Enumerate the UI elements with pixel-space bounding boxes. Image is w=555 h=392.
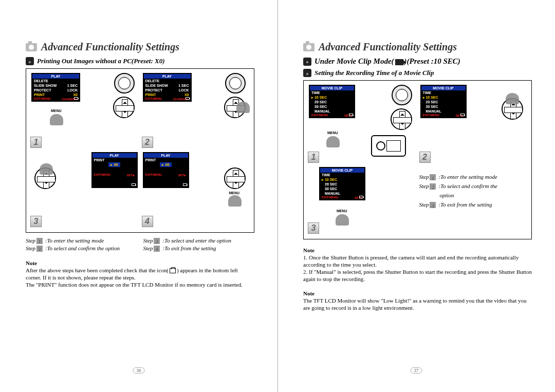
panel-3: PLAY PRINT ▸ X0 EXIT:MENUSET:▸ 3 bbox=[30, 152, 139, 228]
note-text: 2. If "Manual" is selected, press the Sh… bbox=[303, 268, 532, 283]
battery-icon bbox=[183, 183, 187, 186]
lcd-screen: PLAY DELETE SLIDE SHOW1 SEC PROTECTLOCK … bbox=[143, 73, 192, 102]
thumb-icon bbox=[336, 214, 349, 226]
page-title: Advanced Functionality Settings bbox=[319, 41, 457, 53]
step-captions: Step1 :To enter the setting mode Step2 :… bbox=[26, 237, 254, 252]
lcd-screen: PLAY DELETE SLIDE SHOW1 SEC PROTECTLOCK … bbox=[31, 73, 80, 102]
subsection-row: » Setting the Recording Time of a Movie … bbox=[303, 69, 532, 77]
movie-camera-icon bbox=[395, 59, 403, 65]
step-badge: 2 bbox=[142, 137, 153, 148]
arrow-badge-icon: » bbox=[303, 69, 311, 77]
thumb-icon bbox=[228, 195, 242, 207]
lcd-screen: MOVIE CLIP TIME ▸ 10 SEC 20 SEC 30 SEC M… bbox=[309, 85, 355, 118]
thumb-icon bbox=[50, 114, 63, 125]
lcd-screen: PLAY PRINT ▸ X0 EXIT:MENUSET:▸ bbox=[91, 152, 138, 188]
panel-1: MOVIE CLIP TIME ▸ 10 SEC 20 SEC 30 SEC M… bbox=[308, 85, 416, 164]
battery-icon bbox=[349, 114, 353, 116]
note-text: After the above steps have been complete… bbox=[26, 267, 254, 281]
mode-dial-icon bbox=[225, 73, 246, 94]
dpad-icon bbox=[113, 97, 135, 118]
arrow-badge-icon: » bbox=[26, 57, 34, 65]
title-row: Advanced Functionality Settings bbox=[303, 41, 532, 53]
page-title: Advanced Functionality Settings bbox=[41, 41, 179, 53]
lcd-screen: MOVIE CLIP TIME ▸ 10 SEC 20 SEC 30 SEC M… bbox=[420, 85, 467, 118]
battery-icon bbox=[74, 97, 78, 100]
mode-dial-icon bbox=[114, 73, 135, 94]
page-number: 37 bbox=[411, 367, 422, 374]
note-heading: Note bbox=[303, 247, 532, 254]
panel-1: PLAY DELETE SLIDE SHOW1 SEC PROTECTLOCK … bbox=[30, 73, 139, 149]
instruction-panels: PLAY DELETE SLIDE SHOW1 SEC PROTECTLOCK … bbox=[26, 68, 254, 233]
menu-label: MENU bbox=[337, 209, 347, 213]
note-block-1: Note 1. Once the Shutter Button is press… bbox=[303, 247, 532, 283]
lcd-screen: MOVIE CLIP TIME ▸ 10 SEC 20 SEC 30 SEC M… bbox=[319, 167, 365, 200]
page-left: Advanced Functionality Settings » Printi… bbox=[0, 0, 278, 392]
page-number: 36 bbox=[133, 367, 145, 374]
note-heading: Note bbox=[303, 290, 532, 297]
print-icon bbox=[170, 268, 176, 273]
thumb-icon bbox=[40, 163, 53, 175]
note-heading: Note bbox=[26, 259, 254, 267]
menu-label: MENU bbox=[229, 191, 239, 195]
step-badge: 3 bbox=[30, 216, 42, 227]
camera-body-icon bbox=[371, 135, 406, 157]
thumb-icon bbox=[236, 102, 250, 113]
note-text: 1. Once the Shutter Button is pressed, t… bbox=[303, 254, 532, 268]
panel-2: PLAY DELETE SLIDE SHOW1 SEC PROTECTLOCK … bbox=[142, 73, 250, 149]
instruction-panels: MOVIE CLIP TIME ▸ 10 SEC 20 SEC 30 SEC M… bbox=[303, 80, 532, 239]
camera-icon bbox=[303, 43, 314, 51]
panel-steps: Step1 :To enter the setting mode Step2 :… bbox=[419, 167, 528, 235]
lcd-screen: PLAY PRINT ▸ X0 EXIT:MENUSET:▸ bbox=[143, 152, 189, 188]
note-text: The TFT LCD Monitor will show "Low Light… bbox=[303, 297, 532, 311]
title-row: Advanced Functionality Settings bbox=[26, 41, 254, 53]
panel-3: MOVIE CLIP TIME ▸ 10 SEC 20 SEC 30 SEC M… bbox=[308, 167, 416, 235]
panel-2: MOVIE CLIP TIME ▸ 10 SEC 20 SEC 30 SEC M… bbox=[419, 85, 528, 164]
section-heading: Under Movie Clip Mode()(Preset :10 SEC) bbox=[314, 57, 460, 66]
step-captions: Step1 :To enter the setting mode Step2 :… bbox=[419, 167, 528, 209]
dpad-icon bbox=[224, 167, 246, 189]
menu-label: MENU bbox=[51, 109, 62, 113]
battery-icon bbox=[460, 114, 465, 116]
section-row: » Printing Out Images without a PC(Prese… bbox=[26, 57, 254, 65]
thumb-icon bbox=[506, 93, 519, 104]
subsection-heading: Setting the Recording Time of a Movie Cl… bbox=[314, 69, 434, 77]
step-badge: 1 bbox=[30, 137, 42, 148]
mode-dial-icon bbox=[392, 85, 412, 105]
panel-4: PLAY PRINT ▸ X0 EXIT:MENUSET:▸ MENU 4 bbox=[142, 152, 250, 228]
section-row: » Under Movie Clip Mode()(Preset :10 SEC… bbox=[303, 57, 532, 66]
arrow-badge-icon: » bbox=[303, 58, 311, 66]
step-badge: 2 bbox=[419, 152, 431, 163]
note-block-2: Note The TFT LCD Monitor will show "Low … bbox=[303, 290, 532, 311]
page-right: Advanced Functionality Settings » Under … bbox=[278, 0, 555, 392]
section-heading: Printing Out Images without a PC(Preset:… bbox=[37, 57, 164, 65]
camera-icon bbox=[26, 43, 37, 51]
thumb-icon bbox=[326, 136, 340, 147]
step-badge: 3 bbox=[308, 222, 319, 234]
dpad-icon bbox=[391, 108, 412, 130]
step-badge: 1 bbox=[308, 152, 319, 163]
note-block: Note After the above steps have been com… bbox=[26, 259, 254, 288]
battery-icon bbox=[359, 196, 363, 198]
lcd-header: PLAY bbox=[32, 74, 79, 79]
step-badge: 4 bbox=[142, 216, 153, 227]
battery-icon bbox=[186, 97, 190, 100]
note-text: The "PRINT" function does not appear on … bbox=[26, 281, 254, 288]
menu-label: MENU bbox=[327, 131, 338, 135]
battery-icon bbox=[132, 183, 136, 186]
